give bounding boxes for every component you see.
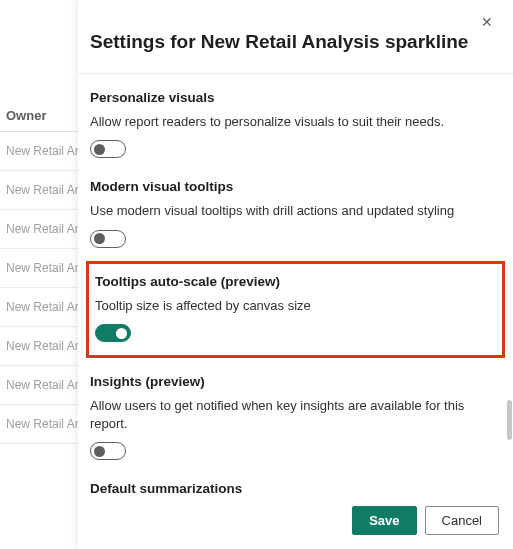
cancel-button[interactable]: Cancel xyxy=(425,506,499,535)
panel-body: Personalize visuals Allow report readers… xyxy=(78,74,513,496)
settings-panel: ✕ Settings for New Retail Analysis spark… xyxy=(78,0,513,549)
toggle-insights[interactable] xyxy=(90,442,126,460)
table-row[interactable]: New Retail Ana xyxy=(0,249,80,288)
toggle-personalize-visuals[interactable] xyxy=(90,140,126,158)
section-default-summarizations: Default summarizations For aggregated fi… xyxy=(90,469,501,496)
table-row[interactable]: New Retail Ana xyxy=(0,171,80,210)
table-row[interactable]: New Retail Ana xyxy=(0,132,80,171)
section-insights: Insights (preview) Allow users to get no… xyxy=(90,362,501,469)
section-modern-tooltips: Modern visual tooltips Use modern visual… xyxy=(90,167,501,257)
section-description: Tooltip size is affected by canvas size xyxy=(95,297,496,315)
section-tooltips-auto-scale: Tooltips auto-scale (preview) Tooltip si… xyxy=(86,261,505,359)
table-row[interactable]: New Retail Ana xyxy=(0,288,80,327)
panel-footer: Save Cancel xyxy=(78,496,513,549)
save-button[interactable]: Save xyxy=(352,506,416,535)
panel-header: ✕ Settings for New Retail Analysis spark… xyxy=(78,0,513,74)
panel-title: Settings for New Retail Analysis sparkli… xyxy=(90,30,489,55)
section-description: Allow users to get notified when key ins… xyxy=(90,397,501,432)
table-row[interactable]: New Retail Ana xyxy=(0,366,80,405)
toggle-modern-tooltips[interactable] xyxy=(90,230,126,248)
section-description: Use modern visual tooltips with drill ac… xyxy=(90,202,501,220)
section-personalize-visuals: Personalize visuals Allow report readers… xyxy=(90,78,501,168)
section-title: Personalize visuals xyxy=(90,90,501,105)
table-row[interactable]: New Retail Ana xyxy=(0,210,80,249)
toggle-tooltips-auto-scale[interactable] xyxy=(95,324,131,342)
section-title: Modern visual tooltips xyxy=(90,179,501,194)
table-row[interactable]: New Retail Ana xyxy=(0,327,80,366)
section-title: Default summarizations xyxy=(90,481,501,496)
section-title: Insights (preview) xyxy=(90,374,501,389)
scrollbar-thumb[interactable] xyxy=(507,400,512,440)
table-row[interactable]: New Retail Ana xyxy=(0,405,80,444)
close-button[interactable]: ✕ xyxy=(475,10,499,34)
background-table: Owner New Retail Ana New Retail Ana New … xyxy=(0,100,80,444)
section-description: Allow report readers to personalize visu… xyxy=(90,113,501,131)
column-header-owner[interactable]: Owner xyxy=(0,100,80,132)
section-title: Tooltips auto-scale (preview) xyxy=(95,274,496,289)
close-icon: ✕ xyxy=(481,14,493,30)
